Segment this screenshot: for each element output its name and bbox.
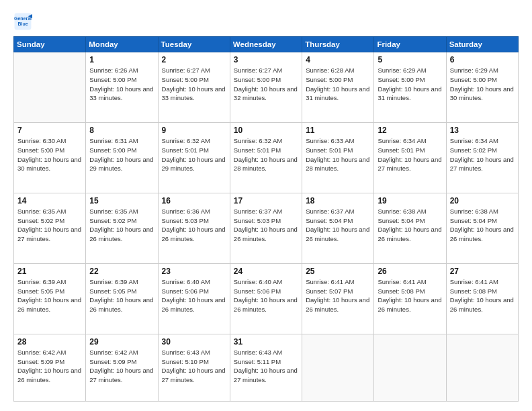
cell-info: Sunrise: 6:39 AM Sunset: 5:05 PM Dayligh… (89, 277, 154, 314)
cell-info: Sunrise: 6:27 AM Sunset: 5:00 PM Dayligh… (162, 66, 226, 103)
calendar-cell: 19Sunrise: 6:38 AM Sunset: 5:04 PM Dayli… (374, 193, 446, 263)
logo: General Blue (13, 12, 32, 31)
cell-info: Sunrise: 6:34 AM Sunset: 5:02 PM Dayligh… (450, 136, 515, 173)
calendar-cell: 10Sunrise: 6:32 AM Sunset: 5:01 PM Dayli… (230, 122, 302, 193)
calendar-cell: 13Sunrise: 6:34 AM Sunset: 5:02 PM Dayli… (446, 122, 518, 193)
cell-date: 3 (234, 55, 298, 64)
cell-info: Sunrise: 6:33 AM Sunset: 5:01 PM Dayligh… (306, 136, 370, 173)
cell-info: Sunrise: 6:37 AM Sunset: 5:04 PM Dayligh… (306, 207, 370, 244)
cell-date: 1 (89, 55, 154, 64)
cell-date: 10 (234, 126, 298, 135)
day-header-tuesday: Tuesday (158, 37, 230, 52)
calendar-cell: 14Sunrise: 6:35 AM Sunset: 5:02 PM Dayli… (14, 193, 86, 263)
header: General Blue (13, 12, 519, 31)
calendar-cell: 27Sunrise: 6:41 AM Sunset: 5:08 PM Dayli… (446, 263, 518, 334)
cell-date: 2 (162, 55, 226, 64)
cell-date: 4 (306, 55, 370, 64)
calendar-cell: 12Sunrise: 6:34 AM Sunset: 5:01 PM Dayli… (374, 122, 446, 193)
cell-date: 7 (17, 126, 82, 135)
calendar-cell: 25Sunrise: 6:41 AM Sunset: 5:07 PM Dayli… (302, 263, 374, 334)
cell-info: Sunrise: 6:41 AM Sunset: 5:08 PM Dayligh… (450, 277, 515, 314)
calendar-cell: 15Sunrise: 6:35 AM Sunset: 5:02 PM Dayli… (86, 193, 158, 263)
calendar-cell: 20Sunrise: 6:38 AM Sunset: 5:04 PM Dayli… (446, 193, 518, 263)
calendar-cell (446, 334, 518, 401)
cell-date: 15 (89, 196, 154, 205)
cell-date: 13 (450, 126, 515, 135)
cell-info: Sunrise: 6:26 AM Sunset: 5:00 PM Dayligh… (89, 66, 154, 103)
cell-date: 20 (450, 196, 515, 205)
calendar-page: General Blue SundayMondayTuesdayWednesda… (0, 0, 532, 411)
calendar-cell (374, 334, 446, 401)
cell-date: 9 (162, 126, 226, 135)
cell-info: Sunrise: 6:38 AM Sunset: 5:04 PM Dayligh… (450, 207, 515, 244)
svg-text:General: General (14, 16, 32, 21)
calendar-cell: 3Sunrise: 6:27 AM Sunset: 5:00 PM Daylig… (230, 52, 302, 123)
calendar-cell: 8Sunrise: 6:31 AM Sunset: 5:00 PM Daylig… (86, 122, 158, 193)
cell-date: 5 (378, 55, 442, 64)
calendar-cell: 31Sunrise: 6:43 AM Sunset: 5:11 PM Dayli… (230, 334, 302, 401)
cell-info: Sunrise: 6:42 AM Sunset: 5:09 PM Dayligh… (89, 348, 154, 385)
calendar-cell: 18Sunrise: 6:37 AM Sunset: 5:04 PM Dayli… (302, 193, 374, 263)
cell-date: 28 (17, 337, 82, 347)
logo-icon: General Blue (13, 12, 32, 31)
cell-info: Sunrise: 6:27 AM Sunset: 5:00 PM Dayligh… (234, 66, 298, 103)
cell-info: Sunrise: 6:35 AM Sunset: 5:02 PM Dayligh… (17, 207, 82, 244)
cell-date: 27 (450, 267, 515, 276)
cell-date: 18 (306, 196, 370, 205)
cell-info: Sunrise: 6:30 AM Sunset: 5:00 PM Dayligh… (17, 136, 82, 173)
cell-date: 31 (234, 337, 298, 347)
cell-date: 19 (378, 196, 442, 205)
cell-info: Sunrise: 6:29 AM Sunset: 5:00 PM Dayligh… (378, 66, 442, 103)
calendar-cell: 2Sunrise: 6:27 AM Sunset: 5:00 PM Daylig… (158, 52, 230, 123)
cell-date: 23 (162, 267, 226, 276)
cell-info: Sunrise: 6:38 AM Sunset: 5:04 PM Dayligh… (378, 207, 442, 244)
cell-info: Sunrise: 6:43 AM Sunset: 5:11 PM Dayligh… (234, 348, 298, 385)
calendar-cell (14, 52, 86, 123)
cell-date: 16 (162, 196, 226, 205)
calendar-cell: 28Sunrise: 6:42 AM Sunset: 5:09 PM Dayli… (14, 334, 86, 401)
cell-info: Sunrise: 6:42 AM Sunset: 5:09 PM Dayligh… (17, 348, 82, 385)
calendar-cell: 23Sunrise: 6:40 AM Sunset: 5:06 PM Dayli… (158, 263, 230, 334)
day-header-saturday: Saturday (446, 37, 518, 52)
cell-info: Sunrise: 6:37 AM Sunset: 5:03 PM Dayligh… (234, 207, 298, 244)
calendar-cell: 5Sunrise: 6:29 AM Sunset: 5:00 PM Daylig… (374, 52, 446, 123)
calendar-cell: 30Sunrise: 6:43 AM Sunset: 5:10 PM Dayli… (158, 334, 230, 401)
calendar-cell: 16Sunrise: 6:36 AM Sunset: 5:03 PM Dayli… (158, 193, 230, 263)
calendar-cell: 22Sunrise: 6:39 AM Sunset: 5:05 PM Dayli… (86, 263, 158, 334)
cell-date: 8 (89, 126, 154, 135)
calendar-cell: 4Sunrise: 6:28 AM Sunset: 5:00 PM Daylig… (302, 52, 374, 123)
cell-info: Sunrise: 6:34 AM Sunset: 5:01 PM Dayligh… (378, 136, 442, 173)
cell-info: Sunrise: 6:36 AM Sunset: 5:03 PM Dayligh… (162, 207, 226, 244)
cell-info: Sunrise: 6:40 AM Sunset: 5:06 PM Dayligh… (162, 277, 226, 314)
cell-info: Sunrise: 6:32 AM Sunset: 5:01 PM Dayligh… (234, 136, 298, 173)
cell-date: 14 (17, 196, 82, 205)
cell-date: 25 (306, 267, 370, 276)
cell-date: 17 (234, 196, 298, 205)
day-header-monday: Monday (86, 37, 158, 52)
calendar-cell (302, 334, 374, 401)
cell-info: Sunrise: 6:29 AM Sunset: 5:00 PM Dayligh… (450, 66, 515, 103)
calendar-cell: 24Sunrise: 6:40 AM Sunset: 5:06 PM Dayli… (230, 263, 302, 334)
calendar-cell: 26Sunrise: 6:41 AM Sunset: 5:08 PM Dayli… (374, 263, 446, 334)
day-header-sunday: Sunday (14, 37, 86, 52)
calendar-cell: 29Sunrise: 6:42 AM Sunset: 5:09 PM Dayli… (86, 334, 158, 401)
cell-info: Sunrise: 6:32 AM Sunset: 5:01 PM Dayligh… (162, 136, 226, 173)
day-header-friday: Friday (374, 37, 446, 52)
cell-info: Sunrise: 6:41 AM Sunset: 5:07 PM Dayligh… (306, 277, 370, 314)
cell-date: 6 (450, 55, 515, 64)
cell-info: Sunrise: 6:41 AM Sunset: 5:08 PM Dayligh… (378, 277, 442, 314)
cell-date: 21 (17, 267, 82, 276)
cell-date: 24 (234, 267, 298, 276)
cell-date: 30 (162, 337, 226, 347)
calendar-cell: 7Sunrise: 6:30 AM Sunset: 5:00 PM Daylig… (14, 122, 86, 193)
cell-info: Sunrise: 6:43 AM Sunset: 5:10 PM Dayligh… (162, 348, 226, 385)
day-header-thursday: Thursday (302, 37, 374, 52)
cell-date: 26 (378, 267, 442, 276)
calendar-cell: 9Sunrise: 6:32 AM Sunset: 5:01 PM Daylig… (158, 122, 230, 193)
calendar-cell: 6Sunrise: 6:29 AM Sunset: 5:00 PM Daylig… (446, 52, 518, 123)
calendar-cell: 1Sunrise: 6:26 AM Sunset: 5:00 PM Daylig… (86, 52, 158, 123)
cell-info: Sunrise: 6:39 AM Sunset: 5:05 PM Dayligh… (17, 277, 82, 314)
cell-info: Sunrise: 6:28 AM Sunset: 5:00 PM Dayligh… (306, 66, 370, 103)
cell-info: Sunrise: 6:35 AM Sunset: 5:02 PM Dayligh… (89, 207, 154, 244)
cell-info: Sunrise: 6:40 AM Sunset: 5:06 PM Dayligh… (234, 277, 298, 314)
